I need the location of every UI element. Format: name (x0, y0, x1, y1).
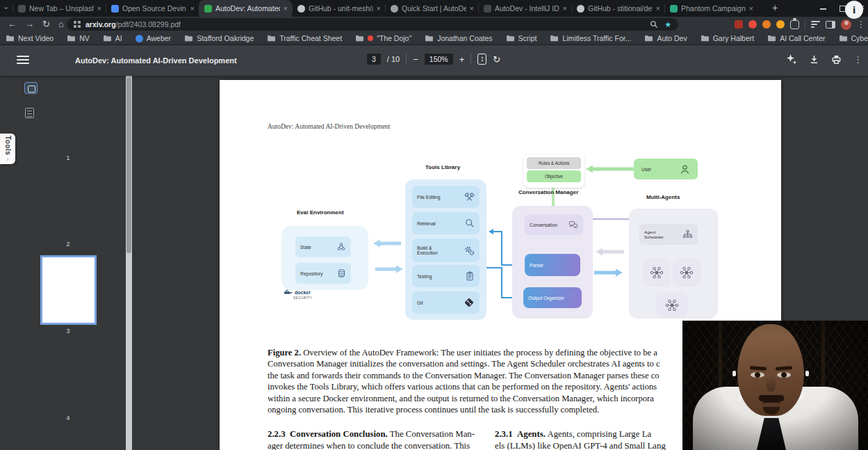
close-icon[interactable]: × (377, 5, 381, 13)
zoom-page-icon[interactable] (650, 20, 658, 29)
tab-quick-start[interactable]: Quick Start | AutoDev-AI × (385, 0, 478, 17)
close-icon[interactable]: × (563, 5, 567, 13)
gears-icon (464, 246, 475, 256)
bookmark-item[interactable]: NV (67, 34, 90, 42)
rotate-icon[interactable]: ↻ (493, 54, 500, 65)
back-icon[interactable]: ← (8, 18, 17, 31)
tab-groups-icon[interactable] (811, 21, 820, 28)
bookmark-item[interactable]: Stafford Oakridge (184, 34, 254, 42)
tab-github-devika[interactable]: GitHub - stitionai/devika × (571, 0, 664, 17)
menu-hamburger-icon[interactable] (17, 56, 29, 64)
running-header: AutoDev: Automated AI-Driven Development (268, 123, 391, 130)
tools-flyout-label: Tools (4, 136, 12, 155)
close-icon[interactable]: × (97, 5, 101, 13)
new-tab-button[interactable]: + (769, 2, 781, 15)
bookmark-item[interactable]: Jonathan Coates (425, 34, 492, 42)
tab-search-chevron-icon[interactable]: ⌄ (3, 2, 9, 11)
close-icon[interactable]: × (749, 5, 753, 13)
user-label: User (641, 167, 651, 172)
print-icon[interactable] (831, 54, 842, 65)
sidebar-scrollbar-thumb[interactable] (126, 78, 131, 253)
folder-icon (644, 35, 653, 42)
tab-title: AutoDev - IntelliJ IDEs Pl (495, 4, 559, 13)
bookmark-item[interactable]: Traffic Cheat Sheet (267, 34, 342, 42)
profile-avatar[interactable] (841, 19, 851, 30)
tab-new-tab-unsplash[interactable]: New Tab – Unsplash Insta × (13, 0, 106, 17)
tab-strip: ⌄ New Tab – Unsplash Insta × Open Source… (0, 0, 868, 17)
sidebar-scrollbar[interactable] (126, 76, 132, 450)
extensions-icon[interactable] (790, 20, 799, 29)
security-label: SECURITY (293, 296, 313, 300)
bookmark-label: AI (115, 34, 122, 42)
tab-github-unit-mesh[interactable]: GitHub - unit-mesh/auto- × (292, 0, 385, 17)
toolbar-separator (470, 54, 471, 65)
pdf-menu-icon[interactable]: ⋮ (853, 55, 862, 64)
tool-label: File Editing (417, 195, 441, 200)
address-bar[interactable]: arxiv.org/pdf/2403.08299.pdf ★ (67, 18, 678, 31)
thumbnail-page-label: 4 (61, 414, 75, 421)
bookmark-label: Jonathan Coates (437, 34, 492, 42)
folder-icon (767, 35, 776, 42)
site-info-icon[interactable] (74, 21, 81, 28)
close-icon[interactable]: × (656, 5, 660, 13)
extension-icon-4[interactable] (776, 20, 785, 29)
agent-box (673, 259, 701, 287)
agent-scheduler-box: Agent Scheduler (639, 224, 698, 245)
reload-icon[interactable]: ↻ (42, 18, 50, 31)
git-icon (464, 297, 475, 308)
folder-icon (701, 35, 710, 42)
home-icon[interactable]: ⌂ (58, 18, 64, 31)
bookmark-item[interactable]: "The Dojo" (355, 34, 411, 42)
zoom-in-button[interactable]: + (459, 54, 465, 65)
forward-icon[interactable]: → (25, 18, 34, 31)
bookmark-star-icon[interactable]: ★ (664, 21, 671, 29)
close-icon[interactable]: × (190, 5, 195, 13)
tab-autodev-pdf-active[interactable]: AutoDev: Automated AI- × (199, 0, 292, 17)
bookmark-label: Traffic Cheat Sheet (279, 34, 342, 42)
section-number: 2.3.1 (495, 429, 513, 439)
window-minimize-button[interactable] (820, 8, 826, 10)
bookmark-label: Script (518, 34, 537, 42)
org-chart-icon (682, 230, 693, 239)
close-icon[interactable]: × (470, 5, 474, 13)
tab-open-source-devin[interactable]: Open Source Devin - Goo × (106, 0, 199, 17)
thumbnails-view-button[interactable] (24, 82, 38, 94)
zoom-level[interactable]: 150% (425, 54, 453, 65)
bookmark-item[interactable]: AI Call Center (767, 34, 825, 42)
bookmark-site-icon (136, 35, 143, 42)
zoom-out-button[interactable]: − (413, 54, 418, 65)
fit-page-icon[interactable] (477, 54, 486, 65)
toolbar-separator (406, 54, 407, 65)
section-text: ager determines when to conclude the con… (268, 440, 482, 450)
download-icon[interactable] (809, 54, 819, 65)
extension-icon-2[interactable] (748, 20, 757, 29)
bookmark-item[interactable]: Cyber Security (839, 34, 868, 42)
bookmark-item[interactable]: Auto Dev (644, 34, 687, 42)
tab-autodev-intellij[interactable]: AutoDev - IntelliJ IDEs Pl × (478, 0, 571, 17)
bookmark-item[interactable]: Gary Halbert (701, 34, 755, 42)
page-thumbnail-selected[interactable] (40, 255, 97, 325)
video-info-badge[interactable]: i (845, 1, 863, 19)
bookmark-item[interactable]: Next Video (6, 34, 54, 42)
bookmark-item[interactable]: Limitless Traffic For... (550, 34, 631, 42)
close-icon[interactable]: × (284, 5, 288, 13)
bookmark-item[interactable]: Script (506, 34, 537, 42)
extension-icon-1[interactable] (735, 20, 743, 29)
thumbnail-page-label: 2 (61, 240, 75, 248)
side-panel-icon[interactable] (826, 21, 835, 29)
thumbnail-page-label: 1 (61, 154, 75, 161)
state-cycle-icon (336, 242, 346, 252)
page-number-input[interactable]: 3 (367, 54, 381, 65)
bookmark-item[interactable]: AI (103, 34, 122, 42)
tab-phantom-campaign[interactable]: Phantom Campaign Crea × (664, 0, 758, 17)
bookmark-item[interactable]: Aweber (136, 34, 171, 42)
acrobat-tools-flyout[interactable]: Tools › (0, 134, 15, 164)
ai-sparkle-icon[interactable] (786, 54, 797, 65)
conversation-box: Conversation (525, 214, 583, 235)
caption-line: Overview of the AutoDev Framework: The u… (303, 348, 657, 357)
browser-menu-icon[interactable]: ⋮ (857, 20, 865, 29)
agent-box (643, 259, 671, 287)
extension-icon-3[interactable] (762, 20, 771, 29)
tool-label: Build & Execution (417, 246, 452, 255)
document-outline-button[interactable] (25, 108, 34, 118)
